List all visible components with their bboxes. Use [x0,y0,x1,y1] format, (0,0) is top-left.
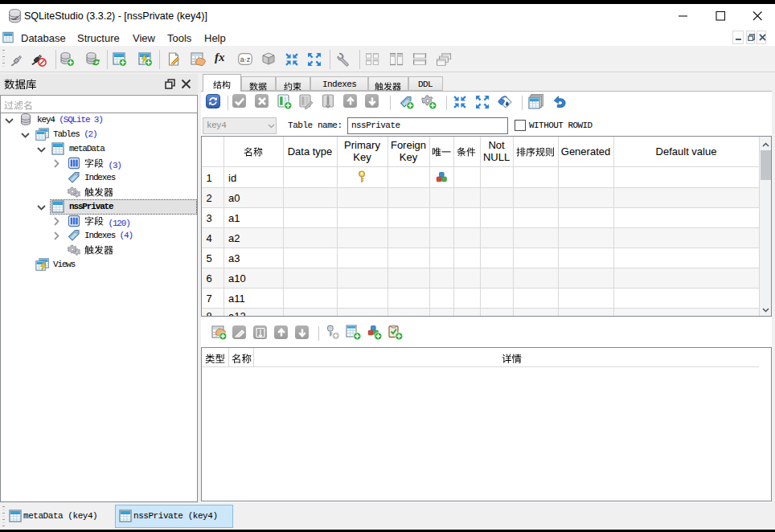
svg-text:a·z: a·z [240,55,251,63]
